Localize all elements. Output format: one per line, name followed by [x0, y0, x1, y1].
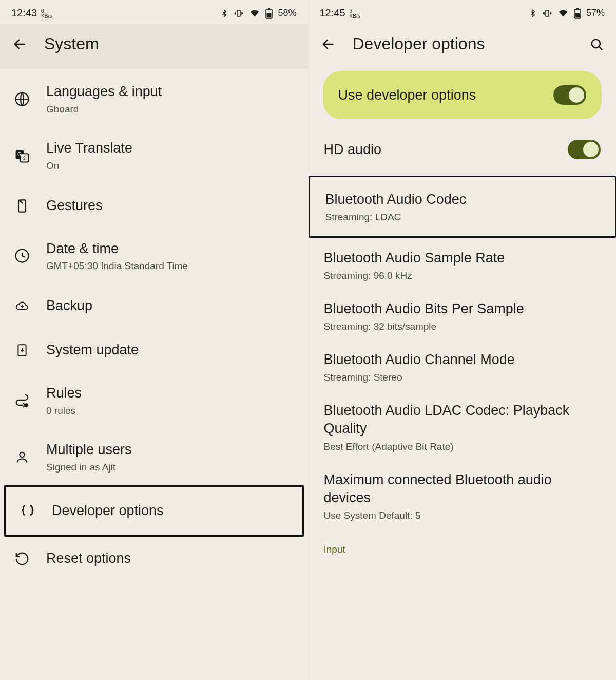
wifi-icon	[249, 9, 260, 18]
row-gestures[interactable]: Gestures	[0, 184, 308, 228]
row-sub: Streaming: Stereo	[324, 372, 601, 383]
row-title: Multiple users	[46, 441, 296, 459]
row-title: Bluetooth Audio Channel Mode	[324, 351, 601, 369]
back-button[interactable]	[319, 35, 337, 53]
svg-rect-18	[575, 13, 580, 18]
app-bar: System	[0, 24, 308, 69]
row-title: Reset options	[46, 550, 296, 568]
row-system-update[interactable]: System update	[0, 328, 308, 372]
reset-icon	[12, 549, 32, 569]
svg-text:G: G	[17, 152, 22, 157]
globe-icon	[12, 89, 32, 109]
braces-icon	[18, 501, 37, 521]
row-sub: Gboard	[46, 104, 296, 115]
row-date-time[interactable]: Date & time GMT+05:30 India Standard Tim…	[0, 228, 308, 285]
use-developer-options-switch[interactable]	[553, 85, 586, 105]
hd-audio-switch[interactable]	[568, 140, 601, 159]
developer-options-pane: 12:45 3 KB/s 57% Developer op	[309, 0, 617, 680]
row-rules[interactable]: Rules 0 rules	[0, 372, 308, 429]
row-multiple-users[interactable]: Multiple users Signed in as Ajit	[0, 429, 308, 485]
wifi-icon	[557, 9, 569, 18]
row-title: Backup	[46, 297, 296, 315]
highlight-developer-options: Developer options	[4, 485, 304, 537]
row-reset-options[interactable]: Reset options	[0, 537, 308, 581]
status-bar: 12:43 0 KB/s 58%	[0, 0, 308, 24]
network-speed: 3 KB/s	[350, 9, 360, 19]
row-title: Gestures	[46, 197, 296, 215]
rules-icon	[12, 391, 32, 410]
row-sub: Streaming: LDAC	[325, 212, 600, 223]
vibrate-icon	[542, 9, 552, 18]
svg-rect-17	[576, 8, 579, 10]
row-bluetooth-audio-codec[interactable]: Bluetooth Audio Codec Streaming: LDAC	[310, 177, 615, 236]
svg-rect-0	[237, 10, 240, 16]
system-list: Languages & input Gboard G文 Live Transla…	[0, 69, 308, 583]
row-title: Developer options	[52, 502, 290, 520]
clock-text: 12:43	[11, 7, 37, 19]
svg-rect-2	[268, 8, 270, 10]
row-sub: Streaming: 32 bits/sample	[324, 321, 601, 332]
clock-text: 12:45	[320, 7, 345, 19]
row-title: Bluetooth Audio LDAC Codec: Playback Qua…	[324, 402, 601, 438]
battery-percent: 57%	[586, 8, 605, 18]
system-update-icon	[12, 341, 32, 360]
battery-icon	[265, 8, 273, 19]
battery-icon	[574, 8, 581, 19]
back-button[interactable]	[10, 35, 29, 53]
row-title: Date & time	[46, 240, 296, 258]
svg-rect-3	[267, 13, 272, 18]
row-max-bt-devices[interactable]: Maximum connected Bluetooth audio device…	[309, 462, 617, 531]
row-bluetooth-sample-rate[interactable]: Bluetooth Audio Sample Rate Streaming: 9…	[309, 240, 617, 291]
row-sub: Signed in as Ajit	[46, 462, 296, 473]
row-bluetooth-ldac-quality[interactable]: Bluetooth Audio LDAC Codec: Playback Qua…	[309, 392, 617, 461]
row-title: HD audio	[324, 142, 382, 158]
bluetooth-icon	[529, 8, 537, 18]
row-sub: GMT+05:30 India Standard Time	[46, 260, 296, 272]
row-title: Bluetooth Audio Sample Rate	[324, 249, 601, 267]
row-sub: On	[46, 160, 296, 172]
svg-point-10	[20, 200, 21, 201]
row-title: Bluetooth Audio Codec	[325, 191, 600, 209]
row-sub: Streaming: 96.0 kHz	[324, 270, 601, 281]
translate-icon: G文	[12, 146, 32, 165]
row-live-translate[interactable]: G文 Live Translate On	[0, 127, 308, 184]
row-backup[interactable]: Backup	[0, 284, 308, 328]
row-sub: Use System Default: 5	[324, 510, 601, 521]
section-label-input: Input	[309, 531, 617, 559]
row-title: Languages & input	[46, 83, 296, 101]
row-title: Rules	[46, 385, 296, 402]
clock-icon	[12, 246, 32, 266]
search-button[interactable]	[587, 35, 606, 53]
row-sub: Best Effort (Adaptive Bit Rate)	[324, 441, 601, 452]
row-developer-options[interactable]: Developer options	[6, 487, 302, 535]
vibrate-icon	[234, 9, 244, 18]
row-title: Bluetooth Audio Bits Per Sample	[324, 300, 601, 318]
row-bluetooth-bits-per-sample[interactable]: Bluetooth Audio Bits Per Sample Streamin…	[309, 291, 617, 342]
battery-percent: 58%	[278, 8, 296, 18]
svg-text:文: 文	[22, 156, 27, 161]
system-settings-pane: 12:43 0 KB/s 58% System	[0, 0, 309, 680]
user-icon	[12, 447, 32, 467]
row-bluetooth-channel-mode[interactable]: Bluetooth Audio Channel Mode Streaming: …	[309, 342, 617, 392]
row-title: System update	[46, 342, 296, 359]
highlight-bluetooth-codec: Bluetooth Audio Codec Streaming: LDAC	[309, 176, 617, 238]
row-title: Live Translate	[46, 140, 296, 157]
row-sub: 0 rules	[46, 405, 296, 417]
bluetooth-icon	[220, 8, 228, 18]
page-title: Developer options	[353, 34, 485, 53]
page-title: System	[44, 34, 99, 53]
svg-rect-15	[546, 10, 549, 16]
row-title: Maximum connected Bluetooth audio device…	[324, 471, 601, 507]
network-speed: 0 KB/s	[41, 9, 52, 19]
use-developer-options-card[interactable]: Use developer options	[323, 71, 602, 119]
row-hd-audio[interactable]: HD audio	[309, 130, 617, 171]
svg-point-14	[20, 452, 24, 457]
toggle-label: Use developer options	[338, 87, 476, 103]
gestures-icon	[12, 196, 32, 216]
status-bar: 12:45 3 KB/s 57%	[309, 0, 617, 24]
row-languages-input[interactable]: Languages & input Gboard	[0, 71, 308, 127]
app-bar: Developer options	[309, 24, 617, 60]
cloud-upload-icon	[12, 296, 32, 316]
